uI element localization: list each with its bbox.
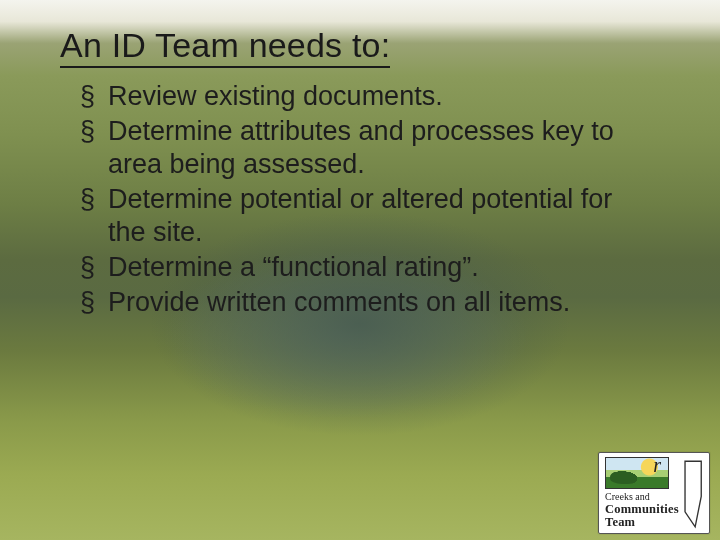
logo-badge: Creeks and Communities Team r	[598, 452, 710, 534]
slide: An ID Team needs to: Review existing doc…	[0, 0, 720, 540]
list-item: Provide written comments on all items.	[80, 286, 650, 319]
bullet-text: Review existing documents.	[108, 81, 443, 111]
bullet-text: Determine potential or altered potential…	[108, 184, 612, 247]
nevada-outline-icon	[683, 457, 703, 529]
list-item: Determine a “functional rating”.	[80, 251, 650, 284]
logo-mark: r	[653, 454, 661, 477]
list-item: Determine attributes and processes key t…	[80, 115, 650, 181]
list-item: Determine potential or altered potential…	[80, 183, 650, 249]
logo-line: Team	[605, 515, 635, 529]
logo-line: Communities	[605, 502, 679, 516]
bullet-list: Review existing documents. Determine att…	[80, 80, 650, 321]
slide-title-text: An ID Team needs to:	[60, 26, 390, 68]
bullet-text: Provide written comments on all items.	[108, 287, 570, 317]
list-item: Review existing documents.	[80, 80, 650, 113]
logo-left: Creeks and Communities Team	[605, 457, 679, 529]
logo-line: Creeks and	[605, 491, 650, 502]
slide-title: An ID Team needs to:	[60, 26, 390, 65]
bullet-text: Determine a “functional rating”.	[108, 252, 479, 282]
logo-text: Creeks and Communities Team	[605, 492, 679, 529]
bullet-text: Determine attributes and processes key t…	[108, 116, 614, 179]
